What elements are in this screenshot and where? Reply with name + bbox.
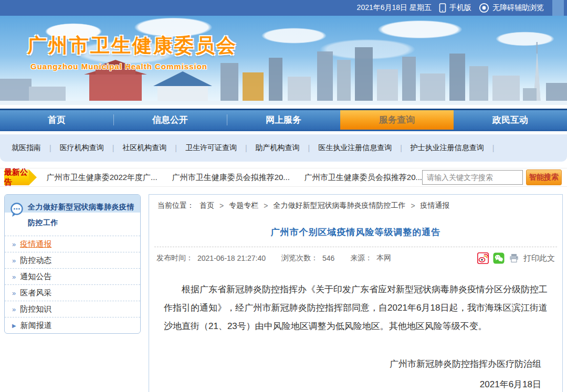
- subnav-item-hygiene-license-query[interactable]: 卫生许可证查询: [185, 143, 237, 153]
- nav-tab-public-interaction[interactable]: 政民互动: [454, 110, 567, 130]
- nav-tab-service-query[interactable]: 服务查询: [340, 110, 454, 130]
- views-label: 浏览次数：: [281, 253, 318, 263]
- subnav-separator: |: [245, 144, 247, 152]
- sidebar-item-label: 通知公告: [20, 272, 51, 282]
- triangle-right-icon: ▶: [12, 323, 16, 329]
- page: 2021年6月18日 星期五 手机版 无障碍辅助浏览: [0, 0, 567, 392]
- search-box: 智能搜索: [422, 169, 562, 185]
- sidebar-title-text: 全力做好新型冠状病毒肺炎疫情防控工作: [28, 203, 134, 227]
- views-value: 546: [322, 254, 334, 262]
- sidebar-title: 全力做好新型冠状病毒肺炎疫情防控工作: [5, 195, 140, 236]
- smart-search-button[interactable]: 智能搜索: [526, 169, 562, 185]
- subnav-separator: |: [175, 144, 177, 152]
- sidebar-item-label: 疫情通报: [20, 239, 51, 249]
- chevron-right-icon: »: [12, 257, 16, 264]
- chevron-right-icon: »: [12, 240, 16, 248]
- sidebar: 全力做好新型冠状病毒肺炎疫情防控工作 » 疫情通报 » 防控动态 » 通知公告 …: [4, 194, 141, 334]
- publish-time-value: 2021-06-18 21:27:40: [197, 254, 266, 262]
- site-title-cn: 广州市卫生健康委员会: [27, 33, 237, 59]
- site-logo: 广州市卫生健康委员会 Guangzhou Municipal Health Co…: [27, 33, 237, 71]
- announcement-link[interactable]: 广州市卫生健康委员会拟推荐20...: [172, 173, 290, 183]
- speech-bubble-icon: [9, 202, 25, 223]
- subnav-item-community-institution-query[interactable]: 社区机构查询: [122, 143, 166, 153]
- subnav-separator: |: [308, 144, 310, 152]
- sidebar-item-notices[interactable]: » 通知公告: [5, 268, 140, 284]
- sub-nav: 就医指南| 医疗机构查询| 社区机构查询| 卫生许可证查询| 助产机构查询| 医…: [0, 134, 567, 162]
- announcement-bar: 最新公告 广州市卫生健康委2022年度广... 广州市卫生健康委员会拟推荐20.…: [0, 168, 567, 187]
- nav-tab-online-services[interactable]: 网上服务: [227, 110, 340, 130]
- article-meta: 发布时间： 2021-06-18 21:27:40 浏览次数： 546 来源： …: [149, 247, 562, 269]
- breadcrumb: 当前位置： 首页 > 专题专栏 > 全力做好新型冠状病毒肺炎疫情防控工作 > 疫…: [149, 195, 562, 213]
- subnav-separator: |: [400, 144, 402, 152]
- subnav-separator: |: [492, 144, 495, 152]
- sidebar-item-news-coverage[interactable]: ▶ 新闻报道: [5, 317, 140, 333]
- subnav-separator: |: [112, 144, 114, 152]
- announcement-link[interactable]: 广州市卫生健康委2022年度广...: [47, 173, 158, 183]
- signature-date: 2021年6月18日: [149, 374, 541, 392]
- breadcrumb-separator: >: [219, 202, 224, 210]
- article-title: 广州市个别区域疫情风险等级调整的通告: [149, 226, 562, 238]
- accessibility-label: 无障碍辅助浏览: [492, 3, 544, 13]
- chevron-right-icon: »: [12, 273, 16, 281]
- chevron-right-icon: »: [12, 305, 16, 313]
- subnav-item-guide[interactable]: 就医指南: [12, 143, 41, 153]
- badge-label: 最新公告: [4, 167, 29, 187]
- source-label: 来源：: [350, 253, 372, 263]
- sidebar-item-prevention-news[interactable]: » 防控动态: [5, 252, 140, 268]
- sidebar-item-prevention-knowledge[interactable]: » 防控知识: [5, 301, 140, 317]
- subnav-separator: |: [49, 144, 51, 152]
- breadcrumb-link-home[interactable]: 首页: [200, 201, 214, 210]
- sidebar-item-epidemic-report[interactable]: » 疫情通报: [5, 236, 140, 252]
- sidebar-item-label: 新闻报道: [20, 321, 52, 331]
- mobile-version-label: 手机版: [449, 3, 471, 13]
- article-signature: 广州市新冠肺炎防控指挥办医疗防治组 2021年6月18日: [149, 354, 562, 392]
- subnav-item-midwifery-query[interactable]: 助产机构查询: [256, 143, 300, 153]
- share-print-tools: 打印此文: [477, 252, 555, 264]
- weibo-share-icon[interactable]: [477, 252, 489, 264]
- site-title-en: Guangzhou Municipal Health Commission: [30, 62, 237, 71]
- article-panel: 当前位置： 首页 > 专题专栏 > 全力做好新型冠状病毒肺炎疫情防控工作 > 疫…: [149, 194, 563, 392]
- eye-icon: [479, 3, 489, 13]
- main-nav: 首页 信息公开 网上服务 服务查询 政民互动: [0, 109, 567, 131]
- breadcrumb-link-special-topics[interactable]: 专题专栏: [229, 201, 258, 210]
- main-area: 全力做好新型冠状病毒肺炎疫情防控工作 » 疫情通报 » 防控动态 » 通知公告 …: [0, 194, 567, 392]
- printer-icon[interactable]: [509, 253, 519, 263]
- sidebar-item-label: 防控知识: [20, 304, 51, 314]
- sidebar-item-doctor-stories[interactable]: » 医者风采: [5, 284, 140, 301]
- top-bar: 2021年6月18日 星期五 手机版 无障碍辅助浏览: [0, 0, 567, 16]
- signature-org: 广州市新冠肺炎防控指挥办医疗防治组: [149, 354, 541, 374]
- subnav-item-medical-institution-query[interactable]: 医疗机构查询: [60, 143, 104, 153]
- sidebar-item-label: 医者风采: [20, 288, 51, 298]
- article-body: 根据广东省新冠肺炎防控指挥办《关于印发广东省应对新型冠状病毒肺炎疫情分区分级防控…: [149, 281, 562, 336]
- topbar-end-block: [552, 0, 564, 16]
- announcement-link[interactable]: 广州市卫生健康委员会拟推荐20...: [304, 173, 422, 183]
- site-banner: 广州市卫生健康委员会 Guangzhou Municipal Health Co…: [0, 16, 567, 105]
- breadcrumb-link-epidemic-report[interactable]: 疫情通报: [421, 201, 450, 210]
- chevron-right-icon: »: [12, 289, 16, 297]
- print-article-link[interactable]: 打印此文: [523, 253, 555, 263]
- nav-tab-info-disclosure[interactable]: 信息公开: [113, 110, 227, 130]
- latest-announcement-badge: 最新公告: [4, 169, 29, 185]
- breadcrumb-prefix: 当前位置：: [158, 201, 194, 210]
- mobile-icon: [439, 3, 446, 13]
- announcement-links: 广州市卫生健康委2022年度广... 广州市卫生健康委员会拟推荐20... 广州…: [47, 173, 422, 183]
- source-value: 本网: [376, 253, 391, 263]
- subnav-item-nurse-registration-query[interactable]: 护士执业注册信息查询: [411, 143, 484, 153]
- wechat-share-icon[interactable]: [493, 252, 505, 264]
- breadcrumb-separator: >: [411, 202, 415, 210]
- sidebar-item-label: 防控动态: [20, 256, 51, 266]
- current-date: 2021年6月18日 星期五: [357, 3, 432, 13]
- breadcrumb-link-covid-prevention[interactable]: 全力做好新型冠状病毒肺炎疫情防控工作: [273, 201, 405, 210]
- breadcrumb-separator: >: [264, 202, 268, 210]
- mobile-version-link[interactable]: 手机版: [439, 3, 471, 13]
- search-input[interactable]: [422, 170, 523, 185]
- publish-time-label: 发布时间：: [156, 253, 193, 263]
- subnav-item-doctor-registration-query[interactable]: 医生执业注册信息查询: [318, 143, 392, 153]
- accessibility-link[interactable]: 无障碍辅助浏览: [479, 3, 544, 13]
- nav-tab-home[interactable]: 首页: [0, 110, 113, 130]
